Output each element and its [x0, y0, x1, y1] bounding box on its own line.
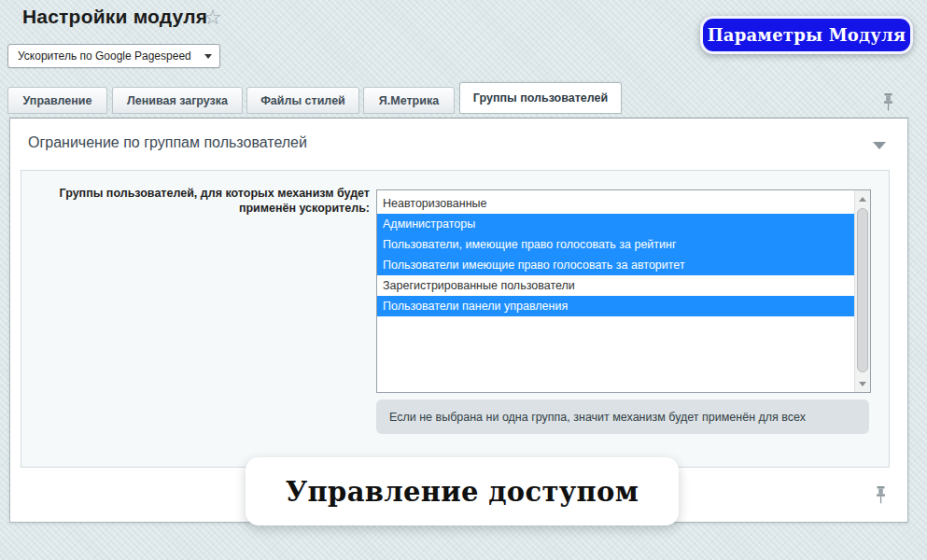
option-golosovat-avtoritet[interactable]: Пользователи имеющие право голосовать за…	[377, 255, 854, 275]
user-groups-multiselect[interactable]: Неавторизованные Администраторы Пользова…	[376, 189, 871, 393]
scroll-up-button[interactable]	[855, 191, 870, 206]
tab-faily-stiley[interactable]: Файлы стилей	[246, 87, 359, 114]
favorite-star-icon[interactable]: ☆	[204, 6, 222, 29]
arrow-up-icon	[859, 197, 866, 202]
scroll-down-button[interactable]	[855, 376, 870, 391]
tab-upravlenie[interactable]: Управление	[7, 87, 107, 114]
module-parameters-button[interactable]: Параметры Модуля	[700, 16, 913, 54]
groups-help-note: Если не выбрана ни одна группа, значит м…	[376, 399, 869, 434]
help-text: Если не выбрана ни одна группа, значит м…	[389, 411, 806, 424]
pin-tabs-icon[interactable]	[882, 93, 894, 115]
option-administratory[interactable]: Администраторы	[377, 214, 854, 234]
options-list: Неавторизованные Администраторы Пользова…	[377, 190, 854, 392]
option-panel-upravleniya[interactable]: Пользователи панели управления	[377, 296, 854, 316]
tab-gruppy-polzovateley[interactable]: Группы пользователей	[459, 82, 622, 114]
access-control-overlay-label: Управление доступом	[246, 457, 679, 525]
option-zaregistrirovannye[interactable]: Зарегистрированные пользователи	[377, 275, 854, 296]
section-title: Ограничение по группам пользователей	[28, 134, 307, 151]
option-golosovat-reyting[interactable]: Пользователи, имеющие право голосовать з…	[377, 234, 854, 255]
page-title: Настройки модуля	[22, 6, 207, 28]
arrow-down-icon	[859, 382, 866, 386]
scrollbar-thumb[interactable]	[857, 208, 868, 372]
section-collapse-icon[interactable]	[873, 142, 886, 149]
pushpin-icon	[875, 486, 887, 504]
option-neavtorizovannye[interactable]: Неавторизованные	[377, 193, 854, 214]
groups-field-label: Группы пользователей, для которых механи…	[37, 187, 370, 216]
module-select-value: Ускоритель по Google Pagespeed	[18, 49, 199, 63]
pushpin-icon	[882, 93, 894, 111]
chevron-down-icon	[204, 54, 212, 59]
tab-lenivaya-zagruzka[interactable]: Ленивая загрузка	[112, 87, 243, 114]
tab-ya-metrika[interactable]: Я.Метрика	[363, 87, 455, 114]
module-select-dropdown[interactable]: Ускоритель по Google Pagespeed	[7, 44, 220, 68]
pin-bottom-icon[interactable]	[875, 486, 887, 508]
scrollbar[interactable]	[854, 190, 870, 392]
